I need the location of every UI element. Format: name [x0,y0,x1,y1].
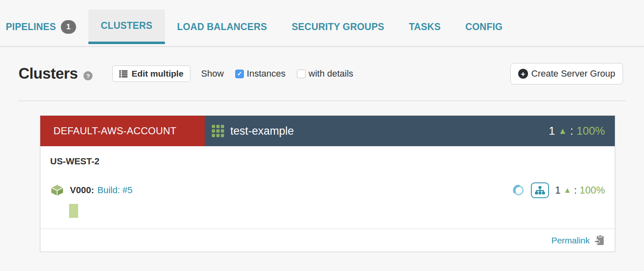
stats-separator: : [570,125,573,138]
server-group-cube-icon [50,184,64,196]
tab-clusters[interactable]: CLUSTERS [88,9,165,44]
tab-tasks-label: TASKS [409,21,440,33]
edit-multiple-button[interactable]: Edit multiple [112,65,190,82]
top-nav: PIPELINES 1 CLUSTERS LOAD BALANCERS SECU… [0,0,644,47]
cluster-header[interactable]: DEFAULT-AWS-ACCOUNT test-example 1 ▲ : 1… [40,116,615,146]
cluster-health-stats: 1 ▲ : 100% [549,125,605,138]
tab-pipelines-label: PIPELINES [6,21,56,33]
cluster-grid-icon [212,125,224,137]
cluster-body: US-WEST-2 V000: Build: #5 [40,146,615,229]
server-group-row[interactable]: V000: Build: #5 [50,182,605,198]
instances-filter[interactable]: ✓ Instances [235,68,285,79]
header-divider [19,100,625,101]
list-icon [119,70,127,77]
server-group-instance-count: 1 [555,185,561,196]
tab-security-groups[interactable]: SECURITY GROUPS [279,9,396,44]
edit-multiple-label: Edit multiple [132,69,183,79]
pipelines-count-badge: 1 [61,20,76,34]
account-tag: DEFAULT-AWS-ACCOUNT [40,116,205,146]
permalink-link[interactable]: Permalink [551,236,590,245]
up-triangle-icon: ▲ [558,126,567,136]
plus-icon: + [518,69,528,79]
server-group-name: V000: [70,185,94,196]
server-group-right-controls: 1 ▲ : 100% [512,182,605,198]
copy-to-clipboard-icon[interactable] [595,235,605,246]
tab-security-groups-label: SECURITY GROUPS [292,21,384,33]
create-server-group-label: Create Server Group [531,68,615,79]
region-name: US-WEST-2 [50,156,605,167]
up-triangle-icon: ▲ [563,186,571,195]
instance-health-square[interactable] [69,204,78,218]
cluster-health-percent: 100% [577,125,605,138]
cluster-footer: Permalink [40,229,615,252]
server-group-health-percent: 100% [580,185,605,196]
tab-load-balancers[interactable]: LOAD BALANCERS [165,9,280,44]
cluster-card: DEFAULT-AWS-ACCOUNT test-example 1 ▲ : 1… [40,115,615,252]
help-icon[interactable]: ? [83,71,93,80]
load-balancer-icon[interactable] [531,182,549,198]
spinner-icon[interactable] [512,184,525,196]
tab-clusters-label: CLUSTERS [101,20,153,31]
page-header: Clusters ? Edit multiple Show ✓ Instance… [0,47,644,100]
with-details-checkbox-icon[interactable] [297,70,306,78]
with-details-filter[interactable]: with details [297,68,353,79]
page-title: Clusters [19,65,78,82]
create-server-group-button[interactable]: + Create Server Group [510,63,623,84]
instances-filter-label: Instances [247,68,285,79]
tab-config[interactable]: CONFIG [453,9,515,44]
instances-checkbox-checked-icon[interactable]: ✓ [235,70,244,78]
tab-config-label: CONFIG [465,21,503,33]
tab-pipelines[interactable]: PIPELINES 1 [6,9,88,44]
with-details-filter-label: with details [308,68,353,79]
show-label: Show [201,68,224,79]
tab-load-balancers-label: LOAD BALANCERS [177,21,267,33]
cluster-name: test-example [230,125,294,138]
server-group-health-stats: 1 ▲ : 100% [555,185,605,196]
tab-tasks[interactable]: TASKS [396,9,453,44]
stats-separator: : [574,185,577,196]
cluster-instance-count: 1 [549,125,555,138]
build-link[interactable]: Build: #5 [97,185,133,196]
